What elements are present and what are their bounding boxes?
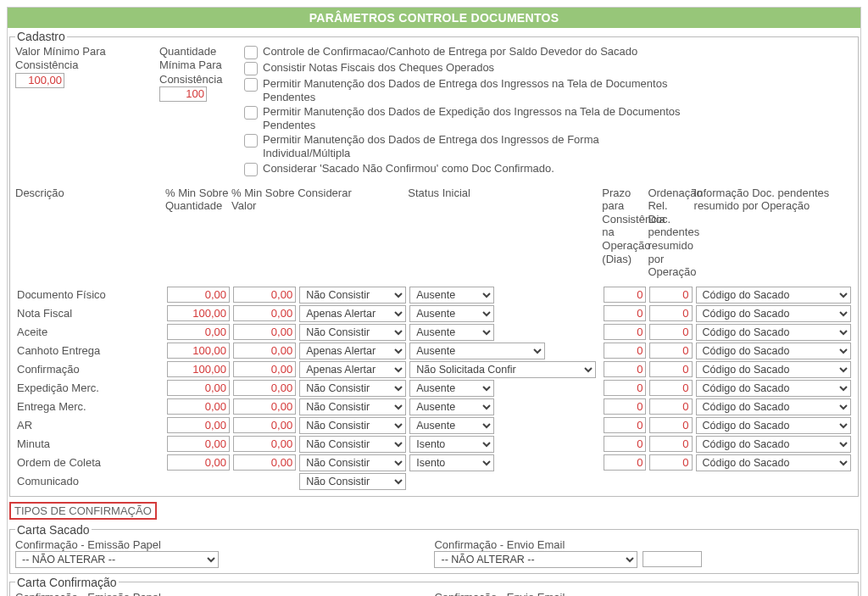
ordenacao-input[interactable] bbox=[649, 454, 692, 471]
pct-valor-input[interactable] bbox=[233, 343, 296, 359]
pct-valor-input[interactable] bbox=[233, 287, 296, 303]
main-panel: PARÂMETROS CONTROLE DOCUMENTOS Cadastro … bbox=[7, 7, 861, 596]
th-pct-valor: % Min Sobre Valor bbox=[231, 185, 298, 286]
considerar-select[interactable]: Apenas Alertar bbox=[299, 361, 406, 378]
info-select[interactable]: Código do Sacado bbox=[696, 324, 851, 341]
checkbox[interactable] bbox=[244, 78, 258, 92]
pct-qtd-input[interactable] bbox=[167, 417, 230, 433]
considerar-select[interactable]: Apenas Alertar bbox=[299, 343, 406, 359]
pct-qtd-input[interactable] bbox=[167, 380, 230, 396]
considerar-select[interactable]: Não Consistir bbox=[299, 473, 406, 490]
pct-qtd-input[interactable] bbox=[167, 398, 230, 415]
th-ordenacao: Ordenação Rel. Doc. pendentes resumido p… bbox=[648, 185, 693, 286]
ordenacao-input[interactable] bbox=[649, 417, 692, 433]
pct-valor-input[interactable] bbox=[233, 436, 296, 452]
considerar-select[interactable]: Não Consistir bbox=[299, 287, 406, 304]
pct-qtd-input[interactable] bbox=[167, 361, 230, 377]
considerar-select[interactable]: Não Consistir bbox=[299, 454, 406, 471]
considerar-select[interactable]: Não Consistir bbox=[299, 398, 406, 415]
row-label: Nota Fiscal bbox=[15, 304, 165, 323]
ordenacao-input[interactable] bbox=[649, 380, 692, 396]
valor-min-input[interactable] bbox=[15, 73, 64, 88]
status-select[interactable]: Ausente bbox=[409, 380, 494, 397]
checkbox[interactable] bbox=[244, 62, 258, 75]
pct-valor-input[interactable] bbox=[233, 417, 296, 433]
status-select[interactable]: Ausente bbox=[409, 343, 545, 359]
th-status: Status Inicial bbox=[408, 185, 602, 286]
checkbox-row: Permitir Manutenção dos Dados de Expediç… bbox=[244, 105, 685, 131]
pct-qtd-input[interactable] bbox=[167, 287, 230, 303]
top-row: Valor Mínimo Para Consistência Quantidad… bbox=[15, 45, 853, 176]
info-select[interactable]: Código do Sacado bbox=[696, 343, 851, 359]
considerar-select[interactable]: Não Consistir bbox=[299, 380, 406, 397]
checkbox-row: Permitir Manutenção dos Dados de Entrega… bbox=[244, 77, 685, 103]
cs-envio-select[interactable]: -- NÃO ALTERAR -- bbox=[434, 551, 637, 568]
pct-qtd-input[interactable] bbox=[167, 436, 230, 452]
checkbox-stack: Controle de Confirmacao/Canhoto de Entre… bbox=[244, 45, 685, 176]
checkbox[interactable] bbox=[244, 163, 258, 176]
considerar-select[interactable]: Não Consistir bbox=[299, 417, 406, 434]
considerar-select[interactable]: Não Consistir bbox=[299, 324, 406, 341]
qtd-min-input[interactable] bbox=[159, 86, 207, 102]
info-select[interactable]: Código do Sacado bbox=[696, 436, 851, 453]
info-select[interactable]: Código do Sacado bbox=[696, 417, 851, 434]
ordenacao-input[interactable] bbox=[649, 305, 692, 321]
status-select[interactable]: Isento bbox=[409, 436, 494, 453]
pct-valor-input[interactable] bbox=[233, 398, 296, 415]
pct-valor-input[interactable] bbox=[233, 380, 296, 396]
pct-valor-input[interactable] bbox=[233, 454, 296, 471]
pct-qtd-input[interactable] bbox=[167, 454, 230, 471]
status-select[interactable]: Não Solicitada Confir bbox=[409, 361, 596, 378]
cs-envio-extra[interactable] bbox=[643, 551, 702, 567]
ordenacao-input[interactable] bbox=[649, 361, 692, 377]
ordenacao-input[interactable] bbox=[649, 287, 692, 303]
ordenacao-input[interactable] bbox=[649, 324, 692, 340]
prazo-input[interactable] bbox=[604, 287, 646, 303]
prazo-input[interactable] bbox=[604, 305, 646, 321]
status-select[interactable]: Ausente bbox=[409, 287, 494, 304]
checkbox[interactable] bbox=[244, 134, 258, 148]
checkbox-label: Permitir Manutenção dos Dados de Expediç… bbox=[263, 105, 685, 131]
cs-emissao-select[interactable]: -- NÃO ALTERAR -- bbox=[15, 551, 219, 568]
prazo-input[interactable] bbox=[604, 398, 646, 415]
prazo-input[interactable] bbox=[604, 343, 646, 359]
considerar-select[interactable]: Não Consistir bbox=[299, 436, 406, 453]
qtd-min-label: Quantidade Mínima Para Consistência bbox=[159, 45, 227, 86]
info-select[interactable]: Código do Sacado bbox=[696, 361, 851, 378]
ordenacao-input[interactable] bbox=[649, 343, 692, 359]
pct-valor-input[interactable] bbox=[233, 361, 296, 377]
cc-envio-label: Confirmação - Envio Email bbox=[434, 591, 819, 596]
table-row: Canhoto EntregaApenas AlertarAusenteCódi… bbox=[15, 342, 853, 360]
ordenacao-input[interactable] bbox=[649, 398, 692, 415]
pct-qtd-input[interactable] bbox=[167, 343, 230, 359]
row-label: Entrega Merc. bbox=[15, 398, 165, 416]
th-info: Informação Doc. pendentes resumido por O… bbox=[694, 185, 853, 286]
pct-valor-input[interactable] bbox=[233, 305, 296, 321]
status-select[interactable]: Ausente bbox=[409, 417, 494, 434]
checkbox[interactable] bbox=[244, 106, 258, 120]
prazo-input[interactable] bbox=[604, 361, 646, 377]
prazo-input[interactable] bbox=[604, 436, 646, 452]
pct-valor-input[interactable] bbox=[233, 324, 296, 340]
cs-emissao-label: Confirmação - Emissão Papel bbox=[15, 538, 400, 551]
pct-qtd-input[interactable] bbox=[167, 324, 230, 340]
row-label: Aceite bbox=[15, 323, 165, 342]
considerar-select[interactable]: Apenas Alertar bbox=[299, 305, 406, 322]
info-select[interactable]: Código do Sacado bbox=[696, 454, 851, 471]
info-select[interactable]: Código do Sacado bbox=[696, 287, 851, 304]
info-select[interactable]: Código do Sacado bbox=[696, 380, 851, 397]
info-select[interactable]: Código do Sacado bbox=[696, 398, 851, 415]
info-select[interactable]: Código do Sacado bbox=[696, 305, 851, 322]
prazo-input[interactable] bbox=[604, 324, 646, 340]
status-select[interactable]: Ausente bbox=[409, 305, 494, 322]
status-select[interactable]: Ausente bbox=[409, 324, 494, 341]
ordenacao-input[interactable] bbox=[649, 436, 692, 452]
prazo-input[interactable] bbox=[604, 417, 646, 433]
prazo-input[interactable] bbox=[604, 454, 646, 471]
status-select[interactable]: Isento bbox=[409, 454, 494, 471]
status-select[interactable]: Ausente bbox=[409, 398, 494, 415]
prazo-input[interactable] bbox=[604, 380, 646, 396]
table-row: Ordem de ColetaNão ConsistirIsentoCódigo… bbox=[15, 454, 853, 472]
checkbox[interactable] bbox=[244, 46, 258, 59]
pct-qtd-input[interactable] bbox=[167, 305, 230, 321]
